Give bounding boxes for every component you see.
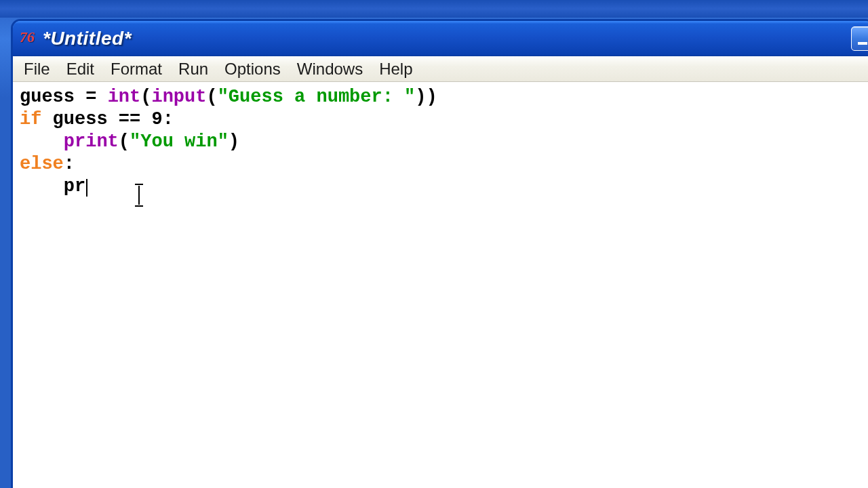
menu-windows[interactable]: Windows	[289, 57, 371, 81]
app-icon: 76	[20, 30, 37, 47]
code-line-3: print("You win")	[20, 131, 866, 153]
text-caret	[86, 179, 87, 197]
menu-edit[interactable]: Edit	[58, 57, 102, 81]
menu-file[interactable]: File	[16, 57, 58, 81]
code-line-2: if guess == 9:	[20, 108, 866, 131]
minimize-button[interactable]	[851, 26, 868, 51]
menu-bar: File Edit Format Run Options Windows Hel…	[13, 56, 868, 82]
desktop-background: 76 *Untitled* File Edit Format Run Optio…	[0, 0, 868, 488]
menu-options[interactable]: Options	[216, 57, 289, 81]
idle-editor-window: 76 *Untitled* File Edit Format Run Optio…	[11, 19, 868, 488]
app-icon-glyph: 76	[20, 28, 35, 45]
code-editor[interactable]: guess = int(input("Guess a number: ")) i…	[13, 82, 868, 488]
window-title: *Untitled*	[43, 28, 132, 49]
menu-format[interactable]: Format	[102, 57, 170, 81]
code-line-1: guess = int(input("Guess a number: "))	[20, 86, 866, 108]
menu-run[interactable]: Run	[170, 57, 216, 81]
code-line-4: else:	[20, 153, 866, 176]
window-titlebar[interactable]: 76 *Untitled*	[13, 21, 868, 56]
menu-help[interactable]: Help	[371, 57, 420, 81]
code-line-5: pr	[20, 176, 866, 198]
background-window-titlebar	[0, 0, 868, 18]
